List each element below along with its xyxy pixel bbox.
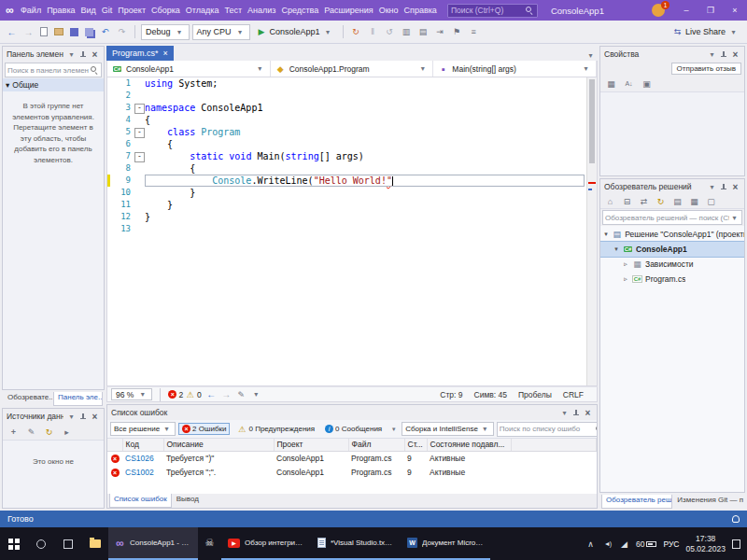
document-well-dropdown-icon[interactable] bbox=[587, 50, 598, 61]
back-icon[interactable] bbox=[5, 26, 19, 38]
notifications-icon[interactable] bbox=[732, 515, 740, 523]
menu-Git[interactable]: Git bbox=[99, 6, 116, 15]
column-header[interactable]: Код bbox=[122, 439, 163, 451]
indent-icon[interactable] bbox=[433, 26, 447, 38]
menu-Расширения[interactable]: Расширения bbox=[321, 6, 375, 15]
document-health-indicator[interactable]: 2 0 bbox=[168, 389, 201, 399]
close-icon[interactable] bbox=[583, 408, 593, 418]
fold-toggle[interactable] bbox=[134, 150, 145, 162]
configure-icon[interactable] bbox=[60, 426, 74, 438]
chevron-down-icon[interactable] bbox=[559, 408, 570, 418]
expanded-expander-icon[interactable]: ▾ bbox=[603, 231, 609, 238]
column-header[interactable]: Файл bbox=[348, 439, 404, 451]
pin-icon[interactable] bbox=[572, 409, 580, 417]
list-icon[interactable] bbox=[467, 26, 481, 38]
pin-icon[interactable] bbox=[720, 50, 727, 59]
task-view-button[interactable] bbox=[54, 527, 81, 560]
menu-Проект[interactable]: Проект bbox=[115, 6, 148, 15]
menu-Тест[interactable]: Тест bbox=[221, 6, 245, 15]
fold-toggle[interactable] bbox=[134, 126, 145, 138]
tab-Панель-эле...[interactable]: Панель эле... bbox=[53, 392, 103, 406]
alphabetical-icon[interactable] bbox=[622, 77, 636, 90]
start-button[interactable] bbox=[0, 527, 27, 560]
error-row[interactable]: CS1026Требуется ")"ConsoleApp1Program.cs… bbox=[107, 451, 597, 465]
refresh-icon[interactable] bbox=[42, 426, 56, 438]
source-filter-dropdown[interactable]: Сборка и IntelliSense bbox=[402, 422, 494, 436]
taskbar-clock[interactable]: 17:38 05.02.2023 bbox=[685, 534, 726, 553]
errors-filter-button[interactable]: 2 Ошибки bbox=[178, 423, 230, 435]
solution-explorer-search-input[interactable] bbox=[605, 214, 729, 222]
bookmark-icon[interactable] bbox=[450, 26, 464, 38]
tree-item[interactable]: ▹Program.cs bbox=[600, 272, 744, 287]
tab-Изменения-Git-—-по...[interactable]: Изменения Git — по... bbox=[673, 495, 743, 509]
close-button[interactable]: × bbox=[723, 0, 747, 21]
close-icon[interactable] bbox=[730, 182, 740, 192]
preview-code-icon[interactable] bbox=[704, 195, 718, 207]
minimize-button[interactable]: – bbox=[674, 0, 698, 21]
tree-item[interactable]: ▾Решение "ConsoleApp1" (проекты: 1 из 1) bbox=[600, 227, 744, 242]
close-icon[interactable]: × bbox=[163, 49, 168, 58]
editor-vertical-scrollbar[interactable] bbox=[586, 77, 597, 385]
column-header[interactable]: Ст... bbox=[404, 439, 427, 451]
quick-search[interactable] bbox=[447, 4, 538, 18]
navigate-forward-icon[interactable] bbox=[221, 389, 232, 399]
tab-Обозреватель-реше...[interactable]: Обозреватель реше... bbox=[601, 495, 672, 509]
collapsed-expander-icon[interactable]: ▹ bbox=[622, 275, 629, 283]
taskbar-app[interactable]: Документ Microso... bbox=[401, 527, 490, 560]
column-header[interactable]: Состояние подавл... bbox=[427, 439, 512, 451]
taskbar-app[interactable]: ConsoleApp1 - Mi... bbox=[108, 527, 198, 560]
menu-Справка[interactable]: Справка bbox=[402, 6, 440, 15]
new-file-icon[interactable] bbox=[38, 26, 49, 37]
property-pages-icon[interactable] bbox=[640, 77, 654, 90]
error-row[interactable]: CS1002Требуется ";".ConsoleApp1Program.c… bbox=[107, 465, 597, 479]
warnings-filter-button[interactable]: 0 Предупреждения bbox=[233, 422, 318, 436]
undo-icon[interactable] bbox=[98, 26, 112, 38]
toolbox-search[interactable] bbox=[5, 63, 102, 77]
menu-Отладка[interactable]: Отладка bbox=[183, 6, 222, 15]
error-list-search-input[interactable] bbox=[500, 425, 595, 433]
home-icon[interactable] bbox=[603, 195, 617, 207]
quick-search-input[interactable] bbox=[451, 6, 525, 15]
restart-icon[interactable] bbox=[383, 26, 397, 38]
pin-icon[interactable] bbox=[79, 413, 87, 421]
window-icon[interactable] bbox=[416, 26, 430, 38]
speaker-icon-button[interactable] bbox=[602, 539, 613, 549]
spaces-indicator[interactable]: Пробелы bbox=[518, 390, 552, 399]
forward-icon[interactable] bbox=[21, 26, 35, 38]
zoom-dropdown[interactable]: 96 % bbox=[111, 388, 152, 400]
close-icon[interactable] bbox=[90, 49, 100, 60]
error-list-search[interactable] bbox=[497, 422, 597, 437]
document-tab[interactable]: Program.cs* × bbox=[106, 46, 174, 61]
pin-icon[interactable] bbox=[79, 50, 87, 59]
show-all-files-icon[interactable] bbox=[670, 195, 684, 207]
add-data-source-icon[interactable] bbox=[7, 426, 21, 438]
start-debugging-button[interactable]: ConsoleApp1 bbox=[253, 27, 337, 37]
pin-icon[interactable] bbox=[720, 183, 727, 191]
type-dropdown[interactable]: ConsoleApp1.Program bbox=[271, 61, 434, 77]
menu-Средства[interactable]: Средства bbox=[278, 6, 321, 15]
error-code[interactable]: CS1002 bbox=[122, 465, 163, 479]
properties-icon[interactable] bbox=[687, 195, 701, 207]
platform-dropdown[interactable]: Any CPU bbox=[192, 24, 250, 40]
filter-icon[interactable] bbox=[388, 424, 399, 434]
menu-Окно[interactable]: Окно bbox=[376, 6, 402, 15]
chevron-down-icon[interactable] bbox=[66, 412, 77, 422]
menu-Правка[interactable]: Правка bbox=[44, 6, 78, 15]
language-indicator[interactable]: РУС bbox=[663, 539, 679, 549]
taskbar-app[interactable]: *Visual Studio.txt -... bbox=[311, 527, 401, 560]
action-center-icon[interactable] bbox=[732, 539, 740, 549]
project-dropdown[interactable]: ConsoleApp1 bbox=[107, 61, 271, 77]
chevron-down-icon[interactable] bbox=[707, 49, 717, 60]
menu-Файл[interactable]: Файл bbox=[18, 6, 44, 15]
close-icon[interactable] bbox=[90, 412, 100, 422]
edit-data-source-icon[interactable] bbox=[24, 426, 38, 438]
save-icon[interactable] bbox=[68, 27, 80, 37]
tab-Вывод[interactable]: Вывод bbox=[173, 494, 203, 508]
hot-reload-icon[interactable] bbox=[349, 26, 363, 38]
tab-Обозревате...[interactable]: Обозревате... bbox=[4, 392, 52, 406]
edit-mode-icon[interactable] bbox=[236, 389, 247, 399]
close-icon[interactable] bbox=[730, 49, 740, 60]
collapsed-expander-icon[interactable]: ▹ bbox=[622, 260, 629, 268]
line-ending-indicator[interactable]: CRLF bbox=[563, 390, 584, 399]
live-share-button[interactable]: Live Share bbox=[672, 27, 742, 37]
